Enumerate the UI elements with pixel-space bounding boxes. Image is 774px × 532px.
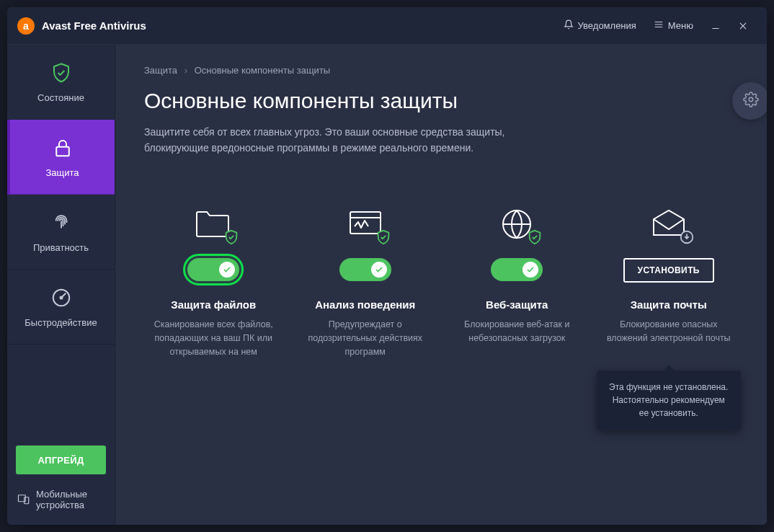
devices-icon <box>17 492 30 507</box>
close-button[interactable] <box>729 14 757 37</box>
menu-button[interactable]: Меню <box>645 15 702 36</box>
svg-rect-0 <box>56 147 69 156</box>
toggle-web-shield[interactable] <box>491 258 543 281</box>
monitor-shield-icon <box>344 205 387 241</box>
sidebar-item-label: Защита <box>45 167 79 178</box>
toggle-behavior-shield[interactable] <box>339 258 391 281</box>
toggle-file-shield[interactable] <box>187 258 239 281</box>
breadcrumb: Защита › Основные компоненты защиты <box>144 65 738 76</box>
shield-title: Веб-защита <box>486 298 548 311</box>
shield-file: Защита файлов Сканирование всех файлов, … <box>144 205 283 358</box>
chevron-right-icon: › <box>184 65 187 76</box>
globe-shield-icon <box>495 205 538 241</box>
check-icon <box>522 262 538 278</box>
folder-shield-icon <box>192 205 235 241</box>
app-title: Avast Free Antivirus <box>42 19 146 32</box>
shield-web: Веб-защита Блокирование веб-атак и небез… <box>448 205 587 358</box>
mobile-devices-link[interactable]: Мобильные устройства <box>7 480 115 525</box>
shield-mail: УСТАНОВИТЬ Защита почты Блокирование опа… <box>600 205 739 358</box>
install-button[interactable]: УСТАНОВИТЬ <box>623 258 714 283</box>
notifications-button[interactable]: Уведомления <box>555 15 645 36</box>
titlebar: a Avast Free Antivirus Уведомления Меню <box>7 7 767 45</box>
app-logo: a <box>17 17 35 35</box>
lock-icon <box>50 136 75 160</box>
sidebar-item-privacy[interactable]: Приватность <box>7 195 115 270</box>
check-icon <box>219 262 235 278</box>
svg-point-5 <box>749 97 753 102</box>
shield-desc: Сканирование всех файлов, попадающих на … <box>144 318 283 358</box>
check-icon <box>371 262 387 278</box>
shield-behavior: Анализ поведения Предупреждает о подозри… <box>296 205 435 358</box>
shield-desc: Предупреждает о подозрительных действиях… <box>296 318 435 358</box>
sidebar: Состояние Защита Приватность <box>7 45 115 525</box>
page-title: Основные компоненты защиты <box>144 89 738 113</box>
shields-row: Защита файлов Сканирование всех файлов, … <box>144 205 738 358</box>
minimize-button[interactable] <box>702 14 729 37</box>
app-window: a Avast Free Antivirus Уведомления Меню <box>7 7 767 525</box>
tooltip: Эта функция не установлена. Настоятельно… <box>597 371 741 430</box>
sidebar-item-label: Состояние <box>37 92 84 103</box>
svg-point-2 <box>60 297 62 299</box>
breadcrumb-root[interactable]: Защита <box>144 65 177 76</box>
main-content: Защита › Основные компоненты защиты Осно… <box>115 45 767 525</box>
gear-icon <box>743 92 759 110</box>
breadcrumb-current: Основные компоненты защиты <box>195 65 331 76</box>
shield-desc: Блокирование веб-атак и небезопасных заг… <box>448 318 587 345</box>
shield-title: Защита почты <box>631 298 707 311</box>
shield-title: Анализ поведения <box>315 298 415 311</box>
shield-check-icon <box>49 61 74 85</box>
page-subtitle: Защитите себя от всех главных угроз. Это… <box>144 125 548 156</box>
shield-title: Защита файлов <box>171 298 256 311</box>
shield-desc: Блокирование опасных вложений электронно… <box>600 318 739 345</box>
sidebar-item-label: Приватность <box>33 242 89 253</box>
hamburger-icon <box>654 19 664 32</box>
sidebar-item-performance[interactable]: Быстродействие <box>7 270 115 345</box>
gauge-icon <box>49 285 74 310</box>
settings-button[interactable] <box>732 82 767 120</box>
sidebar-item-protection[interactable]: Защита <box>7 120 115 195</box>
bell-icon <box>564 19 574 32</box>
upgrade-button[interactable]: АПГРЕЙД <box>16 445 106 474</box>
sidebar-item-status[interactable]: Состояние <box>7 45 115 120</box>
fingerprint-icon <box>49 210 74 235</box>
envelope-icon <box>647 205 690 241</box>
sidebar-item-label: Быстродействие <box>25 317 97 328</box>
